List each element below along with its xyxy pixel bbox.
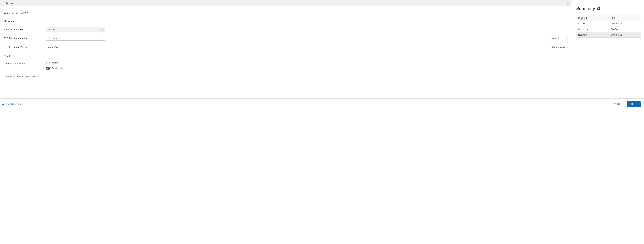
info-icon[interactable]: i bbox=[20, 103, 23, 106]
identity-cert-value: SCEP bbox=[48, 28, 55, 31]
username-row: Username bbox=[4, 19, 568, 23]
checkbox[interactable] bbox=[46, 67, 50, 70]
tls-min-value: OS Default bbox=[48, 37, 60, 39]
next-button[interactable]: NEXT bbox=[627, 101, 641, 107]
main-panel: Network Authentication WIFI01 Username I… bbox=[0, 0, 572, 99]
chevron-down-icon bbox=[2, 2, 5, 4]
add-version-button[interactable]: ADD VERSION bbox=[2, 103, 19, 106]
summary-payload-cell: Credentials bbox=[576, 26, 609, 32]
trusted-certs-row: Trusted Certificates SCEPCredentials bbox=[4, 62, 568, 72]
summary-header-row: Payload Status bbox=[576, 15, 641, 21]
tls-min-label: TLS Minimum Version bbox=[4, 37, 43, 40]
chevron-down-icon bbox=[101, 37, 103, 39]
trust-heading: Trust bbox=[4, 55, 568, 58]
summary-title: Summary bbox=[576, 6, 595, 11]
username-label: Username bbox=[4, 20, 43, 22]
tls-max-row: TLS Maximum Version OS Default macOS 10.… bbox=[4, 44, 568, 49]
summary-status-cell: Configured bbox=[609, 32, 641, 37]
summary-count-badge: 3 bbox=[597, 7, 600, 10]
tls-max-select[interactable]: OS Default bbox=[46, 44, 104, 49]
trusted-cert-option: SCEP bbox=[46, 62, 104, 65]
trusted-certs-label: Trusted Certificates bbox=[4, 62, 43, 64]
footer-bar: ADD VERSION i CANCEL NEXT bbox=[0, 99, 644, 110]
tls-min-select[interactable]: OS Default bbox=[46, 35, 104, 41]
summary-row[interactable]: CredentialsConfigured bbox=[576, 26, 641, 32]
summary-row[interactable]: NetworkConfigured bbox=[576, 32, 641, 37]
chevron-down-icon bbox=[101, 45, 103, 48]
cancel-button[interactable]: CANCEL bbox=[613, 103, 623, 106]
summary-panel: Summary 3 Payload Status SCEPConfiguredC… bbox=[572, 0, 644, 99]
tls-max-os-badge: macOS 10.13 bbox=[549, 45, 568, 49]
tls-min-os-badge: macOS 10.13 bbox=[549, 36, 568, 40]
summary-payload-cell: Network bbox=[576, 32, 609, 37]
identity-cert-row: Identity Certificate SCEP bbox=[4, 27, 568, 32]
checkbox-label: Credentials bbox=[52, 67, 64, 70]
network-section-header[interactable]: Network bbox=[0, 0, 572, 6]
identity-cert-select[interactable]: SCEP bbox=[46, 27, 104, 32]
summary-status-cell: Configured bbox=[609, 26, 641, 32]
section-title: Network bbox=[6, 2, 16, 4]
username-input[interactable] bbox=[46, 19, 104, 23]
tls-max-value: OS Default bbox=[48, 45, 60, 48]
auth-heading: Authentication WIFI01 bbox=[4, 12, 568, 15]
identity-cert-label: Identity Certificate bbox=[4, 28, 43, 31]
trusted-server-names-label: Trusted Server Certificate Names bbox=[4, 75, 43, 78]
summary-col-payload: Payload bbox=[576, 15, 609, 21]
checkbox[interactable] bbox=[46, 62, 50, 65]
tls-min-row: TLS Minimum Version OS Default macOS 10.… bbox=[4, 35, 568, 41]
trusted-server-names-row: Trusted Server Certificate Names bbox=[4, 75, 568, 78]
trusted-cert-option: Credentials bbox=[46, 67, 104, 70]
summary-status-cell: Configured bbox=[609, 21, 641, 26]
summary-table: Payload Status SCEPConfiguredCredentials… bbox=[576, 15, 642, 37]
chevron-down-icon bbox=[101, 28, 103, 31]
summary-col-status: Status bbox=[609, 15, 641, 21]
summary-row[interactable]: SCEPConfigured bbox=[576, 21, 641, 26]
summary-payload-cell: SCEP bbox=[576, 21, 609, 26]
trash-icon[interactable] bbox=[567, 2, 569, 4]
tls-max-label: TLS Maximum Version bbox=[4, 46, 43, 48]
checkbox-label: SCEP bbox=[52, 62, 58, 65]
